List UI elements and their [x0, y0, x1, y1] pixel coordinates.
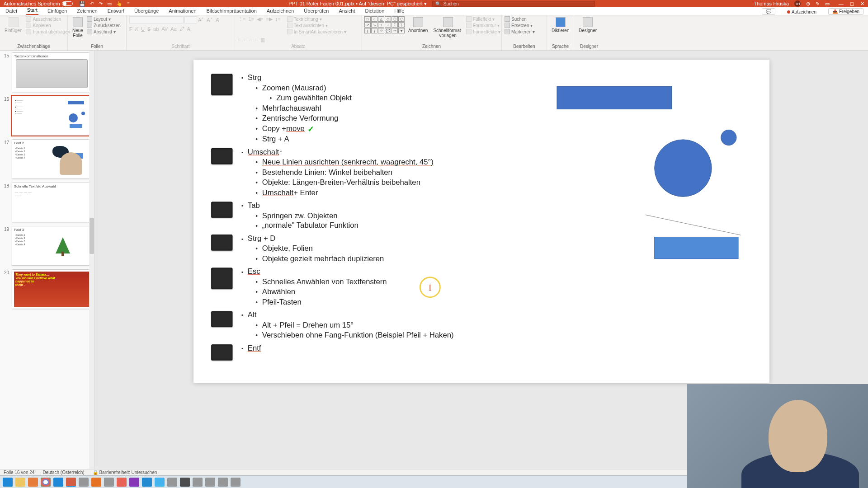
group-folien: Folien: [71, 44, 123, 49]
anordnen-button[interactable]: Anordnen: [406, 16, 429, 34]
strike-icon: S̶: [147, 26, 151, 32]
slide-counter[interactable]: Folie 16 von 24: [4, 470, 34, 475]
tab-animationen[interactable]: Animationen: [168, 7, 197, 15]
designer-button[interactable]: Designer: [577, 16, 599, 34]
slide-panel[interactable]: 15 Tastenkombinationen 16 ■ ───── • ────…: [0, 51, 95, 469]
taskbar-explorer-icon[interactable]: [15, 478, 25, 487]
search-box[interactable]: 🔍 Suchen: [432, 1, 595, 7]
key-image-esc: [211, 268, 232, 289]
find-button[interactable]: Suchen: [505, 16, 535, 22]
save-icon[interactable]: 💾: [79, 1, 85, 7]
maximize-icon[interactable]: ◻: [850, 1, 854, 7]
tab-bildschirm[interactable]: Bildschirmpräsentation: [206, 7, 258, 15]
group-zeichnen: Zeichnen: [364, 44, 499, 49]
taskbar-vlc-icon[interactable]: [91, 478, 101, 487]
layout-button[interactable]: Layout ▾: [87, 16, 121, 22]
start-button[interactable]: [3, 478, 13, 487]
replace-button[interactable]: Ersetzen ▾: [505, 23, 535, 28]
bullet: Strg + D: [241, 234, 384, 244]
slide-thumbnail-19[interactable]: Fakt 3• Details 1 • Details 2 • Details …: [12, 226, 92, 266]
ribbon-tabs: Datei Start Einfügen Zeichnen Entwurf Üb…: [0, 7, 868, 15]
dictate-button[interactable]: Diktieren: [550, 16, 571, 34]
taskbar-app-icon[interactable]: [79, 478, 89, 487]
align-right-icon: ≡: [249, 37, 252, 43]
select-button[interactable]: Markieren ▾: [505, 29, 535, 34]
slide-thumbnail-15[interactable]: Tastenkombinationen: [12, 52, 92, 92]
tab-start[interactable]: Start: [26, 6, 38, 15]
shape-circle-large[interactable]: [654, 139, 712, 197]
document-title[interactable]: PPT 01 Roter Faden 001.pptx • Auf "diese…: [288, 1, 426, 7]
privacy-icon[interactable]: ⊕: [806, 1, 810, 7]
taskbar-app2-icon[interactable]: [104, 478, 114, 487]
bullet: Zoomen (Mausrad): [255, 83, 352, 93]
tab-dictation[interactable]: Dictation: [364, 7, 385, 15]
coming-soon-icon[interactable]: ✎: [816, 1, 820, 7]
slide-thumbnail-17[interactable]: Fakt 2• Details 1 • Details 2 • Details …: [12, 139, 92, 179]
accessibility-status[interactable]: 🔓 Barrierefreiheit: Untersuchen: [93, 470, 157, 475]
freigeben-button[interactable]: 📤 Freigeben: [828, 8, 863, 15]
aufzeichnen-button[interactable]: Aufzeichnen: [783, 9, 820, 15]
taskbar-chrome-icon[interactable]: [41, 478, 51, 487]
tab-zeichnen[interactable]: Zeichnen: [76, 7, 98, 15]
taskbar-app6-icon[interactable]: [205, 478, 215, 487]
qat-overflow-icon[interactable]: ⁼: [127, 1, 130, 7]
line-spacing-icon: ↕≡: [275, 16, 281, 34]
taskbar-vscode-icon[interactable]: [142, 478, 152, 487]
taskbar-firefox-icon[interactable]: [28, 478, 38, 487]
comments-button[interactable]: 💬: [762, 8, 775, 15]
undo-icon[interactable]: ↶: [90, 1, 94, 7]
reset-button[interactable]: Zurücksetzen: [87, 23, 121, 28]
highlight-icon: 🖍: [179, 26, 184, 32]
tab-ueberpruefen[interactable]: Überprüfen: [303, 7, 330, 15]
user-name[interactable]: Thomas Hruska: [754, 1, 789, 6]
tab-aufzeichnen[interactable]: Aufzeichnen: [266, 7, 295, 15]
new-slide-icon: [73, 17, 83, 27]
shape-rectangle-2[interactable]: [654, 237, 738, 259]
webcam-overlay[interactable]: [687, 384, 868, 488]
group-sprache: Sprache: [550, 44, 571, 49]
taskbar-app7-icon[interactable]: [218, 478, 228, 487]
slide-canvas[interactable]: Strg Zoomen (Mausrad) Zum gewählten Obje…: [193, 60, 769, 383]
minimize-icon[interactable]: —: [839, 1, 844, 7]
taskbar-app5-icon[interactable]: [193, 478, 203, 487]
slide-number: 16: [3, 96, 9, 136]
tab-datei[interactable]: Datei: [5, 7, 18, 15]
bullet: Umschalt ↑: [241, 147, 434, 157]
user-avatar[interactable]: TH: [794, 0, 801, 7]
redo-icon[interactable]: ↷: [99, 1, 103, 7]
shape-rectangle-1[interactable]: [557, 86, 672, 109]
shape-circle-small[interactable]: [721, 130, 736, 145]
bullet: „normale" Tabulator Funktion: [255, 221, 359, 231]
tab-hilfe[interactable]: Hilfe: [393, 7, 405, 15]
slide-shapes: [530, 77, 752, 308]
touch-mode-icon[interactable]: 👆: [116, 1, 123, 7]
slide-thumbnail-20[interactable]: They went to Sahara…You wouldn´t believe…: [12, 269, 92, 309]
taskbar-app3-icon[interactable]: [117, 478, 127, 487]
language-status[interactable]: Deutsch (Österreich): [42, 470, 84, 475]
thumbnails-scrollbar[interactable]: [89, 51, 94, 469]
autosave-switch-icon[interactable]: [62, 1, 73, 6]
section-button[interactable]: Abschnitt ▾: [87, 29, 121, 34]
shape-line[interactable]: [645, 215, 741, 235]
taskbar-app8-icon[interactable]: [231, 478, 241, 487]
taskbar-outlook-icon[interactable]: [53, 478, 63, 487]
slide-thumbnail-18[interactable]: Schnelle Textfeld Auswahl── ── ── ──────: [12, 183, 92, 222]
taskbar-obs-icon[interactable]: [180, 478, 190, 487]
close-icon[interactable]: ✕: [860, 1, 864, 7]
taskbar-onenote-icon[interactable]: [129, 478, 139, 487]
schnellformat-button[interactable]: Schnellformat- vorlagen: [431, 16, 464, 39]
tab-uebergaenge[interactable]: Übergänge: [133, 7, 160, 15]
taskbar-telegram-icon[interactable]: [155, 478, 165, 487]
tab-entwurf[interactable]: Entwurf: [107, 7, 125, 15]
tab-ansicht[interactable]: Ansicht: [338, 7, 356, 15]
bullet: Zentrische Verformung: [255, 113, 352, 123]
taskbar-app4-icon[interactable]: [167, 478, 177, 487]
slide-thumbnail-16[interactable]: ■ ───── • ──── • ────■ ───── • ────■ ───…: [12, 96, 92, 136]
select-icon: [505, 29, 510, 34]
taskbar-powerpoint-icon[interactable]: [66, 478, 76, 487]
shapes-gallery[interactable]: ▭○△◇⬠⬡ ↗↘↕↔⤴⤵ {}☆💬⬰▾: [364, 16, 405, 33]
tab-einfuegen[interactable]: Einfügen: [47, 7, 68, 15]
ribbon-display-icon[interactable]: ▭: [825, 1, 830, 7]
new-slide-button[interactable]: Neue Folie: [71, 16, 85, 39]
from-beginning-icon[interactable]: ▭: [107, 1, 112, 7]
